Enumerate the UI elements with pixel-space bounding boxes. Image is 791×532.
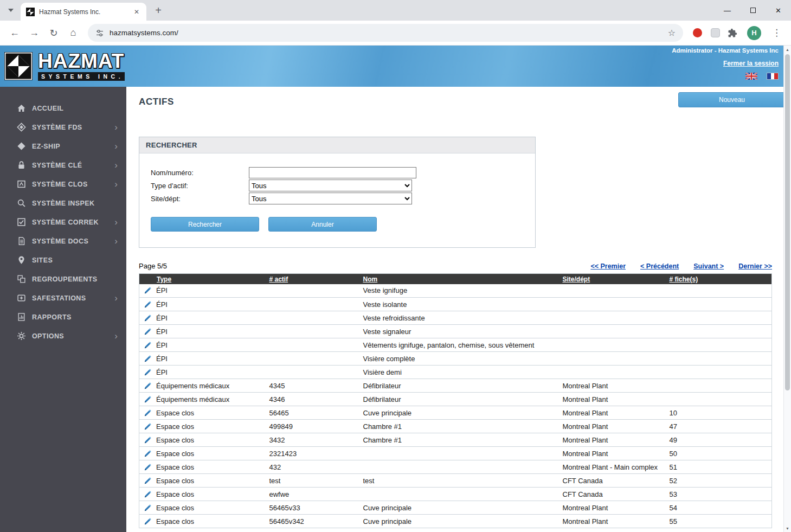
profile-avatar[interactable]: H xyxy=(747,26,761,40)
next-page-link[interactable]: Suivant > xyxy=(693,262,724,270)
report-icon xyxy=(17,312,26,322)
edit-asset-icon[interactable] xyxy=(144,450,152,458)
previous-page-link[interactable]: < Précédent xyxy=(640,262,679,270)
edit-asset-icon[interactable] xyxy=(144,422,152,431)
page-indicator: Page 5/5 xyxy=(139,262,167,270)
edit-asset-icon[interactable] xyxy=(144,355,152,363)
sidebar-item-label: RAPPORTS xyxy=(32,313,118,321)
browser-menu-icon[interactable]: ⋮ xyxy=(772,27,781,39)
sidebar-item-label: SYSTÈME CLOS xyxy=(32,181,108,188)
asset-site: Montreal Plant xyxy=(563,406,670,420)
tab-search-chevron-icon[interactable] xyxy=(4,4,17,17)
edit-asset-icon[interactable] xyxy=(144,368,152,376)
edit-asset-icon[interactable] xyxy=(144,328,152,336)
column-header-site[interactable]: Site/dépt xyxy=(563,274,670,284)
sidebar-item-sites[interactable]: SITES xyxy=(0,251,126,270)
sidebar-item-accueil[interactable]: ACCUEIL xyxy=(0,99,126,118)
edit-asset-icon[interactable] xyxy=(144,436,152,444)
edit-asset-icon[interactable] xyxy=(144,286,152,294)
asset-type-cell: Espace clos xyxy=(139,406,269,420)
sidebar-item-label: ACCUEIL xyxy=(32,105,118,112)
asset-number xyxy=(269,325,363,338)
asset-type-cell: Espace clos xyxy=(139,515,269,528)
flag-fr-icon[interactable] xyxy=(767,73,779,80)
edit-asset-icon[interactable] xyxy=(144,504,152,512)
cancel-button[interactable]: Annuler xyxy=(268,217,377,232)
window-minimize-button[interactable]: — xyxy=(715,0,740,21)
asset-fiches: 53 xyxy=(670,488,772,501)
back-button[interactable]: ← xyxy=(5,24,24,42)
sidebar-item-systeme-docs[interactable]: SYSTÈME DOCS› xyxy=(0,232,126,251)
edit-asset-icon[interactable] xyxy=(144,463,152,471)
asset-type: ÉPI xyxy=(156,314,168,322)
asset-type: ÉPI xyxy=(156,286,168,294)
reload-button[interactable]: ↻ xyxy=(44,24,63,42)
chevron-right-icon: › xyxy=(114,331,118,341)
edit-asset-icon[interactable] xyxy=(144,300,152,309)
browser-toolbar: ← → ↻ ⌂ hazmatsystems.com/ ☆ H ⋮ xyxy=(0,21,791,46)
home-button[interactable]: ⌂ xyxy=(64,24,82,42)
sidebar-item-options[interactable]: OPTIONS› xyxy=(0,326,126,345)
url-bar[interactable]: hazmatsystems.com/ ☆ xyxy=(88,24,683,42)
last-page-link[interactable]: Dernier >> xyxy=(738,262,772,270)
docs-icon xyxy=(17,236,26,246)
search-button[interactable]: Rechercher xyxy=(151,217,259,232)
column-header-fiches[interactable]: # fiche(s) xyxy=(670,274,772,284)
edit-asset-icon[interactable] xyxy=(144,395,152,403)
column-header-type[interactable]: Type xyxy=(139,274,269,284)
edit-asset-icon[interactable] xyxy=(144,477,152,485)
browser-tab[interactable]: Hazmat Systems Inc. ✕ xyxy=(21,3,146,21)
site-info-icon[interactable] xyxy=(95,29,104,37)
tab-close-icon[interactable]: ✕ xyxy=(132,8,141,16)
page-scrollbar[interactable]: ▲ ▼ xyxy=(783,46,791,532)
hazmat-logo[interactable]: HAZMAT SYSTEMS INC. xyxy=(0,46,125,87)
flag-en-icon[interactable] xyxy=(745,73,757,80)
edit-asset-icon[interactable] xyxy=(144,490,152,498)
asset-site xyxy=(563,325,670,338)
extension-icon[interactable] xyxy=(711,28,720,37)
asset-number xyxy=(269,366,363,379)
sidebar-item-systeme-clos[interactable]: SYSTÈME CLOS› xyxy=(0,175,126,194)
sidebar-item-rapports[interactable]: RAPPORTS xyxy=(0,307,126,326)
sidebar-item-systeme-correk[interactable]: SYSTÈME CORREK› xyxy=(0,213,126,232)
table-row: ÉPIVeste ignifuge xyxy=(139,284,772,298)
asset-name xyxy=(363,460,563,474)
new-button[interactable]: Nouveau xyxy=(678,92,786,107)
sidebar-item-systeme-cle[interactable]: SYSTÈME CLÉ› xyxy=(0,156,126,175)
edit-asset-icon[interactable] xyxy=(144,314,152,322)
asset-name: Cuve principale xyxy=(363,515,563,528)
asset-type-select[interactable]: Tous xyxy=(249,180,412,191)
asset-type: Espace clos xyxy=(156,504,194,512)
window-maximize-button[interactable] xyxy=(740,0,766,21)
sidebar-item-regroupements[interactable]: REGROUPEMENTS xyxy=(0,270,126,289)
column-header-nom[interactable]: Nom xyxy=(363,274,563,284)
edit-asset-icon[interactable] xyxy=(144,341,152,349)
edit-asset-icon[interactable] xyxy=(144,409,152,417)
scroll-up-icon[interactable]: ▲ xyxy=(784,46,791,53)
name-number-input[interactable] xyxy=(249,167,416,178)
table-row: Espace clos56465v342Cuve principaleMontr… xyxy=(139,515,772,528)
sidebar-item-systeme-inspek[interactable]: SYSTÈME INSPEK xyxy=(0,194,126,213)
edit-asset-icon[interactable] xyxy=(144,517,152,525)
window-close-button[interactable]: ✕ xyxy=(766,0,791,21)
asset-fiches: 52 xyxy=(670,474,772,488)
asset-site xyxy=(563,311,670,325)
logout-link[interactable]: Fermer la session xyxy=(723,60,779,67)
edit-asset-icon[interactable] xyxy=(144,382,152,390)
bookmark-star-icon[interactable]: ☆ xyxy=(668,28,676,38)
extensions-puzzle-icon[interactable] xyxy=(728,28,737,38)
asset-number: 499849 xyxy=(269,420,363,433)
new-tab-button[interactable]: + xyxy=(151,3,166,18)
forward-button[interactable]: → xyxy=(25,24,43,42)
scroll-down-icon[interactable]: ▼ xyxy=(784,524,791,532)
scrollbar-thumb[interactable] xyxy=(785,54,790,390)
first-page-link[interactable]: << Premier xyxy=(590,262,626,270)
sidebar-item-systeme-fds[interactable]: SYSTÈME FDS› xyxy=(0,118,126,137)
site-dept-select[interactable]: Tous xyxy=(249,193,412,204)
sidebar-item-safestations[interactable]: SAFESTATIONS› xyxy=(0,289,126,307)
adblocker-extension-icon[interactable] xyxy=(693,28,702,37)
column-header-actif[interactable]: # actif xyxy=(269,274,363,284)
asset-site: Montreal Plant xyxy=(563,379,670,393)
sidebar-item-ez-ship[interactable]: EZ-SHIP› xyxy=(0,137,126,156)
asset-fiches xyxy=(670,338,772,352)
